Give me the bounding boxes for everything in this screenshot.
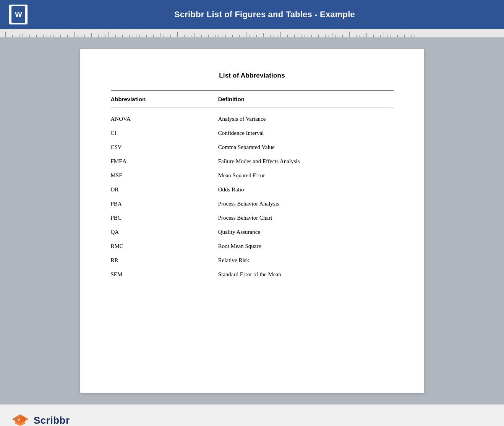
cell-abbreviation: PBA	[111, 197, 218, 211]
ruler: (function() { var container = document.q…	[0, 29, 504, 37]
table-row: RRRelative Risk	[111, 253, 394, 267]
table-row: MSEMean Squared Error	[111, 168, 394, 183]
cell-abbreviation: FMEA	[111, 154, 218, 168]
cell-definition: Analysis of Variance	[218, 107, 394, 126]
cell-abbreviation: OR	[111, 183, 218, 197]
cell-abbreviation: MSE	[111, 168, 218, 183]
cell-abbreviation: CSV	[111, 140, 218, 154]
table-row: RMCRoot Mean Square	[111, 239, 394, 253]
cell-abbreviation: CI	[111, 126, 218, 140]
cell-abbreviation: ANOVA	[111, 107, 218, 126]
document-paper: List of Abbreviations Abbreviation Defin…	[80, 49, 424, 393]
cell-definition: Confidence Interval	[218, 126, 394, 140]
cell-definition: Failure Modes and Effects Analysis	[218, 154, 394, 168]
table-header-row: Abbreviation Definition	[111, 91, 394, 107]
footer: S Scribbr	[0, 404, 504, 426]
table-row: PBAProcess Behavior Analysis	[111, 197, 394, 211]
cell-definition: Quality Assurance	[218, 225, 394, 239]
cell-definition: Process Behavior Chart	[218, 211, 394, 225]
cell-abbreviation: RMC	[111, 239, 218, 253]
svg-point-3	[15, 416, 26, 422]
cell-definition: Process Behavior Analysis	[218, 197, 394, 211]
table-row: CSVComma Separated Value	[111, 140, 394, 154]
table-row: QAQuality Assurance	[111, 225, 394, 239]
document-title: List of Abbreviations	[111, 72, 394, 79]
scribbr-logo-icon: S	[11, 411, 29, 426]
cell-abbreviation: RR	[111, 253, 218, 267]
abbreviations-table: Abbreviation Definition ANOVAAnalysis of…	[111, 91, 394, 282]
cell-definition: Comma Separated Value	[218, 140, 394, 154]
header-title: Scribbr List of Figures and Tables - Exa…	[34, 10, 495, 19]
header-bar: W Scribbr List of Figures and Tables - E…	[0, 0, 504, 29]
cell-definition: Odds Ratio	[218, 183, 394, 197]
cell-definition: Relative Risk	[218, 253, 394, 267]
content-area: List of Abbreviations Abbreviation Defin…	[0, 37, 504, 404]
col-header-abbreviation: Abbreviation	[111, 91, 218, 107]
ruler-ticks: (function() { var container = document.q…	[2, 29, 502, 37]
svg-text:S: S	[17, 417, 20, 421]
word-icon-letter: W	[15, 10, 22, 19]
table-row: PBCProcess Behavior Chart	[111, 211, 394, 225]
table-row: CIConfidence Interval	[111, 126, 394, 140]
cell-definition: Mean Squared Error	[218, 168, 394, 183]
cell-abbreviation: PBC	[111, 211, 218, 225]
cell-abbreviation: QA	[111, 225, 218, 239]
word-icon: W	[9, 5, 28, 24]
table-row: SEMStandard Error of the Mean	[111, 267, 394, 282]
table-row: OROdds Ratio	[111, 183, 394, 197]
col-header-definition: Definition	[218, 91, 394, 107]
cell-abbreviation: SEM	[111, 267, 218, 282]
table-row: FMEAFailure Modes and Effects Analysis	[111, 154, 394, 168]
scribbr-brand-name: Scribbr	[34, 415, 70, 426]
cell-definition: Root Mean Square	[218, 239, 394, 253]
table-row: ANOVAAnalysis of Variance	[111, 107, 394, 126]
cell-definition: Standard Error of the Mean	[218, 267, 394, 282]
